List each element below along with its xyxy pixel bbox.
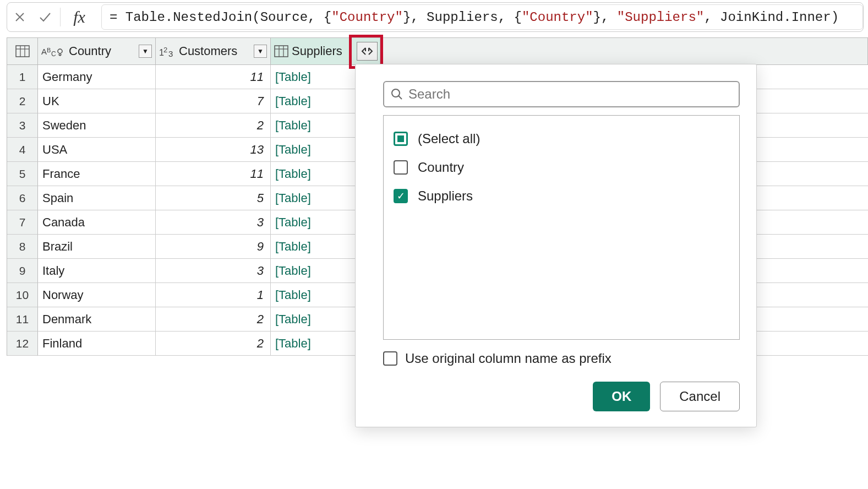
cell-country[interactable]: USA: [38, 138, 156, 161]
column-header-suppliers[interactable]: Suppliers: [271, 38, 380, 64]
cell-customers[interactable]: 3: [156, 210, 271, 234]
filter-dropdown-country[interactable]: ▼: [139, 45, 152, 58]
row-number[interactable]: 1: [7, 65, 38, 89]
row-number[interactable]: 8: [7, 235, 38, 259]
row-number[interactable]: 6: [7, 186, 38, 210]
column-header-row: A B C Country ▼ 1 2 3: [38, 37, 868, 65]
search-input[interactable]: [408, 86, 732, 102]
row-number[interactable]: 9: [7, 259, 38, 283]
row-number-gutter: 123456789101112: [7, 37, 38, 356]
filter-dropdown-customers[interactable]: ▼: [254, 45, 267, 58]
cell-country[interactable]: Brazil: [38, 235, 156, 258]
table-icon: [15, 45, 30, 57]
cell-customers[interactable]: 13: [156, 138, 271, 161]
column-label: Country: [69, 44, 139, 58]
prefix-checkbox[interactable]: [383, 351, 397, 366]
text-key-type-icon: A B C: [41, 45, 65, 58]
formula-input[interactable]: = Table.NestedJoin(Source, {"Country"}, …: [101, 4, 863, 30]
cell-country[interactable]: Italy: [38, 259, 156, 282]
svg-text:A: A: [41, 47, 47, 56]
option-checkbox[interactable]: [394, 132, 408, 146]
row-number[interactable]: 7: [7, 210, 38, 235]
fx-label: fx: [63, 8, 96, 26]
column-option[interactable]: (Select all): [394, 124, 729, 153]
column-options-listbox: (Select all)Country✓Suppliers: [383, 115, 740, 340]
svg-line-16: [398, 96, 402, 99]
cell-customers[interactable]: 1: [156, 283, 271, 307]
cell-customers[interactable]: 2: [156, 307, 271, 331]
svg-point-7: [58, 49, 62, 53]
cancel-button[interactable]: Cancel: [660, 382, 740, 411]
divider: [60, 8, 61, 26]
header-filler: [380, 38, 868, 64]
option-checkbox[interactable]: ✓: [394, 189, 408, 203]
svg-text:C: C: [51, 50, 56, 58]
cell-customers[interactable]: 2: [156, 332, 271, 355]
option-label: Suppliers: [418, 188, 473, 204]
cell-country[interactable]: Canada: [38, 210, 156, 234]
row-number[interactable]: 11: [7, 307, 38, 332]
option-label: Country: [418, 160, 464, 175]
table-type-icon: [274, 45, 288, 57]
check-icon: [39, 12, 51, 23]
column-header-country[interactable]: A B C Country ▼: [38, 38, 156, 64]
column-label: Suppliers: [292, 44, 357, 58]
row-number[interactable]: 4: [7, 138, 38, 162]
row-number[interactable]: 3: [7, 113, 38, 138]
formula-bar: fx = Table.NestedJoin(Source, {"Country"…: [7, 2, 864, 32]
column-option[interactable]: ✓Suppliers: [394, 182, 729, 210]
select-all-corner[interactable]: [7, 37, 38, 65]
cell-country[interactable]: Sweden: [38, 113, 156, 137]
cell-customers[interactable]: 3: [156, 259, 271, 282]
svg-rect-11: [275, 46, 288, 57]
option-checkbox[interactable]: [394, 160, 408, 175]
prefix-label: Use original column name as prefix: [405, 351, 612, 366]
cancel-formula-button[interactable]: [7, 7, 32, 28]
expand-columns-popup: (Select all)Country✓Suppliers Use origin…: [355, 64, 757, 427]
cell-country[interactable]: Germany: [38, 65, 156, 89]
cell-customers[interactable]: 7: [156, 89, 271, 113]
svg-rect-0: [16, 46, 29, 57]
svg-text:3: 3: [168, 49, 173, 58]
svg-text:2: 2: [163, 46, 167, 54]
row-number[interactable]: 10: [7, 283, 38, 307]
svg-point-15: [392, 89, 400, 97]
row-number[interactable]: 12: [7, 332, 38, 356]
search-input-wrap[interactable]: [383, 81, 740, 107]
cell-customers[interactable]: 11: [156, 65, 271, 89]
x-icon: [14, 12, 25, 23]
option-label: (Select all): [418, 131, 480, 146]
column-header-customers[interactable]: 1 2 3 Customers ▼: [156, 38, 271, 64]
commit-formula-button[interactable]: [32, 7, 58, 28]
cell-customers[interactable]: 2: [156, 113, 271, 137]
row-number[interactable]: 2: [7, 89, 38, 113]
cell-country[interactable]: Finland: [38, 332, 156, 355]
cell-country[interactable]: France: [38, 162, 156, 186]
row-number[interactable]: 5: [7, 162, 38, 186]
cell-country[interactable]: Norway: [38, 283, 156, 307]
prefix-option-row[interactable]: Use original column name as prefix: [383, 351, 740, 366]
svg-text:B: B: [47, 47, 51, 53]
ok-button[interactable]: OK: [593, 382, 650, 411]
cell-customers[interactable]: 11: [156, 162, 271, 186]
popup-button-row: OK Cancel: [383, 382, 740, 411]
cell-country[interactable]: Denmark: [38, 307, 156, 331]
cell-country[interactable]: UK: [38, 89, 156, 113]
cell-customers[interactable]: 9: [156, 235, 271, 258]
column-label: Customers: [179, 44, 254, 58]
number-type-icon: 1 2 3: [159, 45, 176, 58]
search-icon: [391, 88, 403, 100]
cell-country[interactable]: Spain: [38, 186, 156, 210]
column-option[interactable]: Country: [394, 153, 729, 182]
expand-column-button[interactable]: [357, 42, 378, 61]
cell-customers[interactable]: 5: [156, 186, 271, 210]
expand-icon: [361, 46, 374, 56]
